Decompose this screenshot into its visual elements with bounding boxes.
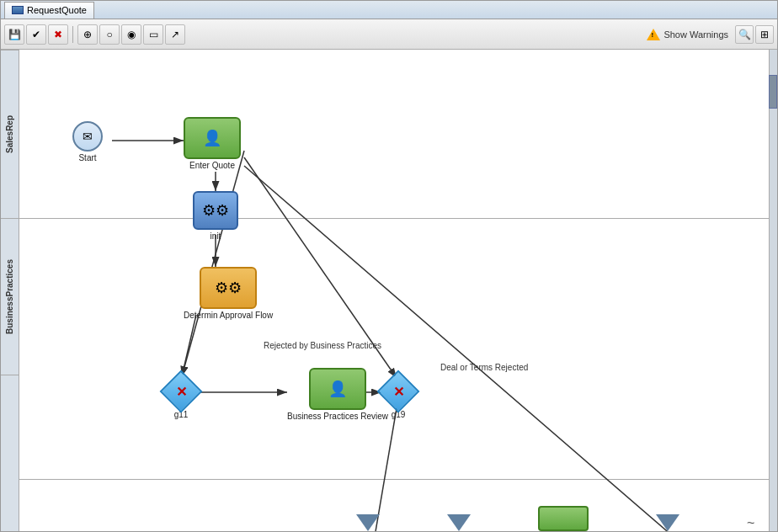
title-bar: RequestQuote (1, 1, 777, 19)
deal-or-terms-label: Deal or Terms Rejected (440, 363, 528, 372)
person-icon-bpr: 👤 (328, 380, 347, 398)
g11-x-icon: ✕ (176, 384, 187, 400)
init-label: init (210, 231, 221, 241)
show-warnings-label: Show Warnings (663, 29, 728, 40)
g11-node[interactable]: ✕ g11 (164, 375, 198, 419)
svg-line-4 (182, 315, 196, 376)
tab-icon (12, 6, 24, 14)
scroll-thumb[interactable] (769, 75, 777, 109)
g11-wrapper: ✕ (164, 375, 198, 408)
g19-shape: ✕ (377, 370, 420, 413)
save-button[interactable]: 💾 (4, 24, 24, 45)
canvas-area: ✉ Start 👤 Enter Quote ⚙⚙ init (19, 50, 777, 531)
enter-quote-shape: 👤 (184, 117, 241, 159)
start-event-shape: ✉ (72, 121, 103, 152)
reject-button[interactable]: ✖ (48, 24, 68, 45)
box-button[interactable]: ▭ (143, 24, 163, 45)
lane-label-salesrep: SalesRep (1, 50, 19, 218)
determin-approval-node[interactable]: ⚙⚙ Determin Approval Flow (184, 267, 273, 320)
bottom-arrow-1 (356, 514, 380, 531)
toolbar: 💾 ✔ ✖ ⊕ ○ ◉ ▭ ↗ Show Warnings 🔍 ⊞ (1, 19, 777, 50)
show-warnings-button[interactable]: Show Warnings (642, 27, 733, 42)
g19-node[interactable]: ✕ g19 (381, 375, 415, 419)
start-label: Start (78, 153, 96, 162)
bpr-shape: 👤 (309, 368, 366, 410)
bpr-label: Business Practices Review (287, 412, 388, 421)
bottom-green-box[interactable] (538, 506, 589, 531)
enter-quote-node[interactable]: 👤 Enter Quote (184, 117, 241, 170)
separator-1 (72, 26, 73, 43)
add-button[interactable]: ⊕ (77, 24, 98, 45)
rejected-by-bp-label: Rejected by Business Practices (264, 341, 381, 350)
lane-label-businesspractices: BusinessPractices (1, 218, 19, 375)
person-icon-enter-quote: 👤 (203, 129, 221, 147)
arrows-svg (19, 50, 777, 531)
determin-approval-label: Determin Approval Flow (184, 311, 273, 320)
lane-labels: SalesRep BusinessPractices (1, 50, 19, 531)
bottom-arrow-3 (656, 514, 679, 531)
lane-divider-1 (19, 218, 777, 219)
arrow-button[interactable]: ↗ (165, 24, 185, 45)
g19-x-icon: ✕ (393, 384, 404, 400)
envelope-icon: ✉ (83, 130, 93, 143)
business-practices-review-node[interactable]: 👤 Business Practices Review (287, 368, 388, 421)
grid-button[interactable]: ⊞ (755, 25, 774, 44)
title-tab[interactable]: RequestQuote (4, 2, 94, 19)
circle2-button[interactable]: ◉ (121, 24, 141, 45)
scroll-handle[interactable] (769, 50, 777, 531)
tab-title: RequestQuote (27, 5, 87, 15)
init-node[interactable]: ⚙⚙ init (193, 191, 238, 241)
lane-divider-2 (19, 479, 777, 480)
enter-quote-label: Enter Quote (189, 161, 235, 170)
warning-icon (647, 29, 660, 40)
determin-approval-shape: ⚙⚙ (200, 267, 257, 309)
g11-shape: ✕ (160, 370, 203, 413)
main-window: RequestQuote 💾 ✔ ✖ ⊕ ○ ◉ ▭ ↗ Show Warnin… (0, 0, 778, 532)
init-shape: ⚙⚙ (193, 191, 238, 230)
gear-icon-init: ⚙⚙ (202, 201, 229, 220)
gear-icon-determin: ⚙⚙ (215, 279, 242, 297)
bottom-row: ~ (356, 506, 754, 531)
lane-label-bottom (1, 375, 19, 531)
warning-triangle (647, 29, 660, 40)
main-area: SalesRep BusinessPractices (1, 50, 777, 531)
start-node[interactable]: ✉ Start (72, 121, 103, 162)
circle1-button[interactable]: ○ (99, 24, 120, 45)
svg-line-7 (182, 151, 244, 376)
tilde-icon: ~ (747, 516, 754, 531)
approve-button[interactable]: ✔ (26, 24, 46, 45)
g19-wrapper: ✕ (381, 375, 415, 408)
bottom-arrow-2 (447, 514, 471, 531)
zoom-button[interactable]: 🔍 (735, 25, 754, 44)
